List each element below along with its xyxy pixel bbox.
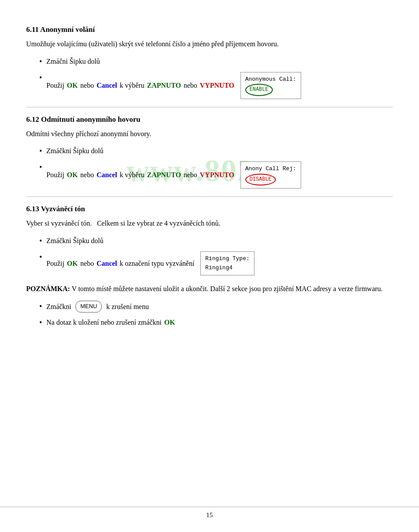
cancel-label: Cancel	[96, 169, 117, 181]
zmackni-label: Zmáčkni	[46, 301, 71, 312]
inline-row: Na dotaz k uložení nebo zrušení zmáčkni …	[46, 317, 393, 328]
section-12-intro: Odmítni všechny příchozí anonymní hovory…	[26, 128, 393, 140]
bullet-text: Zmáčkni MENU k zrušení menu	[46, 301, 393, 312]
screen-box-11: Anonymous Call: ENABLE	[240, 72, 301, 99]
inline-row: Použij OK nebo Cancel k výběru ZAPNUTO n…	[46, 161, 393, 189]
bullet-item: • Zmáčkni Šipku dolů	[39, 145, 393, 157]
zapnuto-label: ZAPNUTO	[147, 80, 181, 91]
koznaceni-label: k označení typu vyzvánění	[120, 258, 194, 269]
bullet-item: • Zmáčkni Šipku dolů	[39, 235, 393, 247]
bullet-item: • Použij OK nebo Cancel k výběru ZAPNUTO…	[39, 72, 393, 99]
bullet-dot: •	[39, 145, 42, 157]
nebo2-label: nebo	[184, 80, 197, 91]
disable-label: DISABLE	[245, 174, 276, 185]
zapnuto-label: ZAPNUTO	[147, 169, 181, 181]
pouzij-label: Použij	[46, 80, 64, 91]
inline-row: Použij OK nebo Cancel k označení typu vy…	[46, 251, 393, 276]
screen-line-1: Ringing Type:	[205, 254, 249, 264]
screen-box-12: Anony Call Rej: DISABLE	[240, 161, 301, 189]
ok-label: OK	[67, 80, 78, 91]
bullet-content: Použij OK nebo Cancel k označení typu vy…	[46, 251, 393, 276]
ok-label: OK	[67, 169, 78, 181]
nebo1-label: nebo	[80, 258, 94, 269]
zmackni-sipku-text: Zmáčni Šipku dolů	[46, 58, 100, 65]
cancel-label: Cancel	[96, 80, 117, 91]
kzruseni-label: k zrušení menu	[106, 301, 149, 312]
nebo1-label: nebo	[80, 80, 94, 91]
bullet-item: • Zmáčkni MENU k zrušení menu	[39, 301, 393, 312]
menu-button: MENU	[76, 301, 102, 312]
screen-line-2: Ringing4	[205, 264, 249, 273]
section-13-heading: 6.13 Vyzváněcí tón	[26, 205, 393, 213]
ok-final-label: OK	[164, 317, 175, 328]
intro1-text: Vyber si vyzváněcí tón.	[26, 220, 92, 227]
screen-box-13: Ringing Type: Ringing4	[200, 251, 254, 276]
nebo2-label: nebo	[184, 169, 197, 181]
vypnuto-label: VYPNUTO	[200, 169, 234, 181]
inline-row: Použij OK nebo Cancel k výběru ZAPNUTO n…	[46, 72, 393, 99]
section-11-bullets: • Zmáčni Šipku dolů • Použij OK nebo Can…	[39, 56, 393, 99]
pouzij-label: Použij	[46, 258, 64, 269]
bullet-dot: •	[39, 301, 42, 312]
divider-11-12	[26, 107, 393, 107]
vypnuto-label: VYPNUTO	[200, 80, 234, 91]
bullet-item: • Použij OK nebo Cancel k výběru ZAPNUTO…	[39, 161, 393, 189]
bullet-content: Použij OK nebo Cancel k výběru ZAPNUTO n…	[46, 72, 393, 99]
enable-label: ENABLE	[245, 84, 273, 96]
bullet-item: • Použij OK nebo Cancel k označení typu …	[39, 251, 393, 276]
bullet-content: Použij OK nebo Cancel k výběru ZAPNUTO n…	[46, 161, 393, 189]
bullet-dot: •	[39, 56, 42, 68]
kvyberu-label: k výběru	[120, 169, 144, 181]
screen-line-1: Anony Call Rej:	[245, 165, 296, 174]
section-13-bullets: • Zmáčkni Šipku dolů • Použij OK nebo Ca…	[39, 235, 393, 276]
divider-12-13	[26, 196, 393, 197]
bullet-dot: •	[39, 251, 42, 263]
poznamka-label: POZNÁMKA:	[26, 285, 70, 292]
bullet-text: Zmáčkni Šipku dolů	[46, 235, 393, 247]
section-11-heading: 6.11 Anonymní volání	[26, 25, 393, 34]
bullet-item: • Na dotaz k uložení nebo zrušení zmáčkn…	[39, 317, 393, 329]
section-11-intro: Umožňuje volajícímu (uživateli) skrýt sv…	[26, 38, 393, 50]
bullet-text: Na dotaz k uložení nebo zrušení zmáčkni …	[46, 317, 393, 328]
bullet-text: Zmáčkni Šipku dolů	[46, 145, 393, 157]
page-footer: 15	[0, 507, 419, 519]
bullet-dot: •	[39, 235, 42, 247]
intro2-text: Celkem si lze vybrat ze 4 vyzváněcích tó…	[97, 220, 220, 227]
section-13-intro1: Vyber si vyzváněcí tón. Celkem si lze vy…	[26, 218, 393, 229]
bullet-dot: •	[39, 161, 42, 173]
screen-line-2: DISABLE	[245, 174, 296, 185]
ok-label: OK	[67, 258, 78, 269]
screen-line-2: ENABLE	[245, 84, 296, 96]
kvyberu-label: k výběru	[120, 80, 144, 91]
bullet-text: Zmáčni Šipku dolů	[46, 56, 393, 67]
zmacknisipku-text: Zmáčkni Šipku dolů	[46, 147, 103, 154]
zmackni-sipku-13-text: Zmáčkni Šipku dolů	[46, 237, 103, 244]
pouzij-label: Použij	[46, 169, 64, 181]
bullet-item: • Zmáčni Šipku dolů	[39, 56, 393, 68]
nebo1-label: nebo	[80, 169, 94, 181]
na-dotaz-label: Na dotaz k uložení nebo zrušení zmáčkni	[46, 317, 161, 328]
screen-line-1: Anonymous Call:	[245, 75, 296, 84]
section-13-extra-bullets: • Zmáčkni MENU k zrušení menu • Na dotaz…	[39, 301, 393, 329]
section-12-heading: 6.12 Odmítnutí anonymního hovoru	[26, 115, 393, 124]
section-12-bullets: • Zmáčkni Šipku dolů • Použij OK nebo Ca…	[39, 145, 393, 189]
cancel-label: Cancel	[96, 258, 117, 269]
note-text: POZNÁMKA: V tomto místě můžete nastavení…	[26, 283, 393, 295]
bullet-dot: •	[39, 317, 42, 329]
inline-row: Zmáčkni MENU k zrušení menu	[46, 301, 393, 312]
page-number: 15	[206, 511, 213, 518]
bullet-dot: •	[39, 72, 42, 84]
